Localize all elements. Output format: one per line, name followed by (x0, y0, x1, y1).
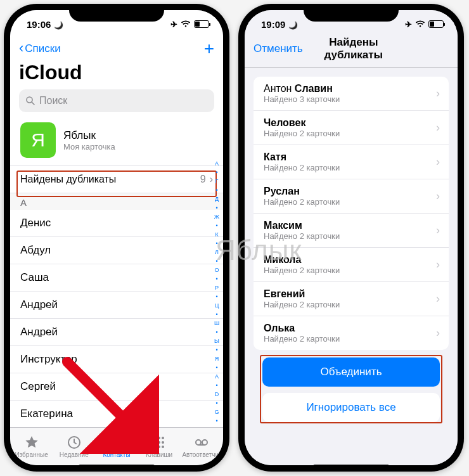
index-letter[interactable]: Ц (212, 302, 222, 309)
index-dot: • (212, 418, 222, 424)
add-button[interactable]: + (204, 40, 214, 58)
duplicate-row[interactable]: МиколаНайдено 2 карточки› (254, 248, 449, 282)
svg-point-10 (162, 441, 164, 444)
chevron-right-icon: › (436, 190, 440, 203)
tab-favorites[interactable]: Избранные (10, 428, 53, 465)
duplicate-sub: Найдено 2 карточки (264, 231, 340, 241)
search-input[interactable]: Поиск (19, 89, 214, 112)
duplicate-sub: Найдено 3 карточки (264, 94, 340, 104)
duplicates-count: 9 (200, 174, 206, 185)
tab-contacts[interactable]: Контакты (95, 428, 138, 465)
iphone-frame-right: 19:09 ✈︎ Отменить Найдены дубликаты Анто… (238, 4, 464, 472)
index-dot: • (212, 347, 222, 353)
index-dot: • (212, 205, 222, 211)
ignore-all-button[interactable]: Игнорировать все (262, 393, 440, 422)
contact-row[interactable]: Андрей (10, 292, 223, 319)
duplicate-row[interactable]: КатяНайдено 2 карточки› (254, 145, 449, 179)
duplicate-row[interactable]: ЕвгенийНайдено 2 карточки› (254, 282, 449, 316)
duplicate-sub: Найдено 2 карточки (264, 334, 340, 344)
svg-point-6 (158, 437, 160, 439)
duplicates-row[interactable]: Найдены дубликаты 9› (10, 165, 223, 193)
tab-keypad[interactable]: Клавиши (138, 428, 181, 465)
tab-label: Избранные (15, 451, 48, 458)
index-letter[interactable]: Ы (212, 338, 222, 344)
tab-bar: Избранные Недавние Контакты Клавиши Авто… (10, 427, 223, 465)
index-letter[interactable]: К (212, 231, 222, 238)
duplicate-sub: Найдено 2 карточки (264, 129, 340, 138)
nav-bar: ‹Списки + iCloud Поиск (10, 38, 223, 116)
duplicate-sub: Найдено 2 карточки (264, 266, 340, 275)
svg-point-14 (196, 440, 201, 445)
search-icon (25, 96, 35, 106)
index-dot: • (212, 240, 222, 247)
index-letter[interactable]: Р (212, 285, 222, 291)
wifi-icon (415, 20, 425, 28)
contact-row[interactable]: Инструктор (10, 346, 223, 373)
contact-row[interactable]: Андрей (10, 319, 223, 346)
duplicate-row[interactable]: ЧеловекНайдено 2 карточки› (254, 111, 449, 145)
index-letter[interactable]: Ш (212, 320, 222, 326)
battery-icon (194, 20, 209, 28)
index-letter[interactable]: А (212, 160, 222, 167)
duplicate-name: Антон Славин (264, 83, 340, 94)
tab-label: Недавние (60, 451, 89, 458)
index-letter[interactable]: Л (212, 249, 222, 255)
index-letter[interactable]: I (212, 427, 222, 427)
duplicate-row[interactable]: Антон СлавинНайдено 3 карточки› (254, 77, 449, 111)
clock-icon (67, 435, 82, 450)
merge-button[interactable]: Объединить (262, 357, 440, 387)
cancel-button[interactable]: Отменить (254, 42, 303, 55)
dnd-moon-icon (54, 19, 63, 30)
duplicate-row[interactable]: ОлькаНайдено 2 карточки› (254, 316, 449, 350)
my-card-row[interactable]: Я Яблык Моя карточка (10, 116, 223, 165)
svg-point-5 (154, 437, 157, 439)
index-bar[interactable]: А•Г•Д•Ж•К•Л•О•Р•Ц•Ш•Ы•Я•A•D•G•I•L•O•Q•T•… (212, 160, 222, 421)
contact-row[interactable]: Абдул (10, 237, 223, 264)
tab-label: Автоответчик (182, 451, 221, 458)
iphone-frame-left: 19:06 ✈︎ ‹Списки + iCloud Поиск (4, 4, 229, 472)
wifi-icon (181, 20, 191, 28)
duplicates-content[interactable]: Антон СлавинНайдено 3 карточки›ЧеловекНа… (245, 68, 458, 465)
home-indicator[interactable] (79, 465, 155, 468)
index-dot: • (212, 400, 222, 406)
svg-point-15 (202, 440, 207, 445)
svg-line-1 (32, 102, 34, 105)
my-card-name: Яблык (63, 129, 115, 142)
nav-bar: Отменить Найдены дубликаты (245, 38, 458, 68)
svg-point-8 (154, 441, 157, 444)
back-button[interactable]: ‹Списки (19, 42, 61, 56)
index-dot: • (212, 293, 222, 300)
duplicates-label: Найдены дубликаты (20, 174, 116, 185)
page-title: Найдены дубликаты (303, 36, 404, 61)
duplicates-card: Антон СлавинНайдено 3 карточки›ЧеловекНа… (254, 77, 449, 350)
chevron-left-icon: ‹ (19, 41, 23, 55)
index-letter[interactable]: A (212, 373, 222, 380)
star-icon (24, 435, 39, 450)
tab-recents[interactable]: Недавние (53, 428, 95, 465)
duplicate-name: Евгений (264, 288, 340, 300)
index-letter[interactable]: Г (212, 178, 222, 184)
home-indicator[interactable] (313, 465, 389, 468)
notch (304, 4, 399, 22)
contact-row[interactable]: Сергей (10, 373, 223, 401)
duplicate-row[interactable]: РусланНайдено 2 карточки› (254, 179, 449, 214)
contacts-content[interactable]: Я Яблык Моя карточка Найдены дубликаты 9… (10, 116, 223, 427)
index-dot: • (212, 364, 222, 371)
airplane-icon: ✈︎ (170, 20, 177, 29)
tab-voicemail[interactable]: Автоответчик (181, 428, 223, 465)
section-header: A (10, 193, 223, 210)
index-letter[interactable]: G (212, 409, 222, 415)
search-placeholder: Поиск (39, 95, 67, 106)
index-letter[interactable]: О (212, 267, 222, 273)
svg-point-9 (158, 441, 160, 444)
contact-row[interactable]: Денис (10, 210, 223, 237)
index-letter[interactable]: Д (212, 196, 222, 202)
index-letter[interactable]: D (212, 391, 222, 397)
index-letter[interactable]: Я (212, 356, 222, 362)
duplicate-row[interactable]: МаксимНайдено 2 карточки› (254, 214, 449, 248)
index-letter[interactable]: Ж (212, 214, 222, 220)
chevron-right-icon: › (436, 121, 440, 134)
contact-row[interactable]: Екатерина (10, 401, 223, 427)
dnd-moon-icon (288, 19, 298, 30)
contact-row[interactable]: Саша (10, 264, 223, 292)
